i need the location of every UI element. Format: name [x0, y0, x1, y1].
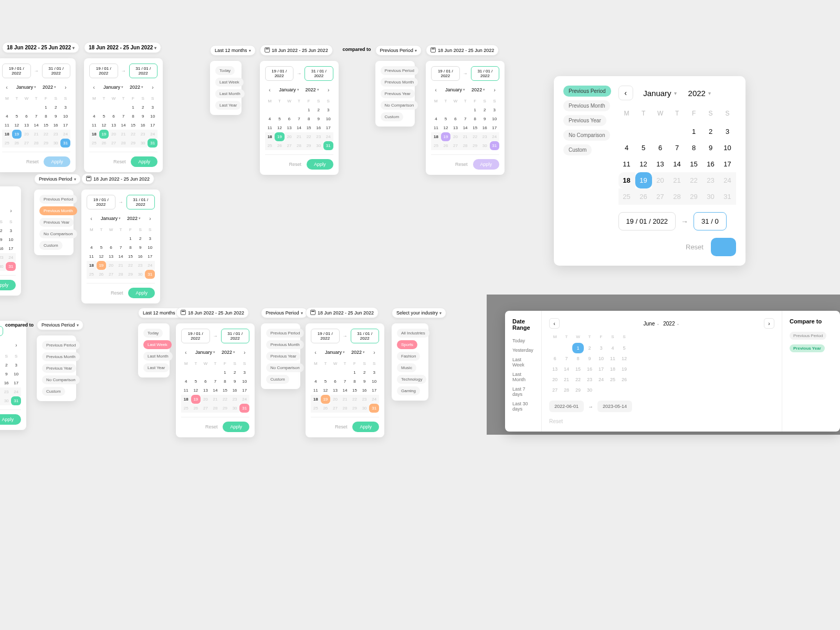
preset-item[interactable]: No Comparison [563, 130, 610, 141]
day-cell[interactable]: 20 [652, 172, 669, 188]
day-cell[interactable]: 7 [669, 140, 686, 156]
day-cell[interactable]: 27 [330, 404, 340, 413]
day-cell[interactable]: 30 [360, 404, 370, 413]
day-cell[interactable]: 28 [211, 404, 220, 413]
day-cell[interactable]: 6 [106, 243, 116, 252]
day-cell[interactable]: 8 [304, 114, 314, 123]
day-cell[interactable]: 10 [595, 353, 607, 364]
day-cell[interactable]: 5 [97, 243, 107, 252]
end-date-input[interactable]: 31 / 01 / 2022 [127, 195, 155, 209]
preset-item[interactable]: Last Month [215, 89, 245, 98]
tag-date-range[interactable]: 18 Jun 2022 - 25 Jun 2022 [176, 307, 249, 318]
prev-month-button[interactable]: ‹ [87, 214, 96, 223]
day-cell[interactable]: 25 [89, 139, 99, 148]
day-cell[interactable]: 9 [2, 370, 12, 379]
calendar-grid[interactable]: 1234567891011121314151617181920212223242… [181, 368, 249, 413]
reset-button[interactable]: Reset [113, 159, 126, 164]
day-cell[interactable]: 7 [460, 114, 470, 123]
start-date-input[interactable]: 19 / 01 / 2022 [431, 66, 460, 81]
day-cell[interactable]: 14 [340, 386, 350, 395]
prev-month-button[interactable]: ‹ [2, 82, 12, 92]
day-cell[interactable]: 28 [460, 141, 470, 150]
day-cell[interactable]: 16 [313, 123, 323, 132]
prev-month-button[interactable]: ‹ [311, 348, 320, 357]
day-cell[interactable]: 10 [6, 235, 16, 244]
day-cell[interactable]: 29 [41, 139, 51, 148]
day-cell[interactable]: 3 [145, 234, 155, 243]
prev-month-button[interactable]: ‹ [181, 348, 191, 357]
day-cell[interactable]: 23 [584, 374, 595, 385]
day-cell[interactable]: 19 [618, 364, 630, 374]
tag-last12[interactable]: Last 12 months▾ [210, 45, 256, 56]
day-cell[interactable]: 16 [702, 156, 719, 172]
day-cell[interactable]: 30 [584, 385, 595, 395]
day-cell[interactable]: 7 [32, 112, 41, 121]
day-cell[interactable]: 11 [618, 156, 635, 172]
day-cell[interactable]: 19 [275, 132, 285, 141]
prev-month-button[interactable]: ‹ [265, 85, 275, 94]
apply-button[interactable]: Apply [44, 156, 70, 167]
tag-industry[interactable]: Select your industry▾ [392, 308, 446, 318]
day-cell[interactable]: 1 [220, 368, 230, 377]
day-cell[interactable]: 9 [230, 377, 240, 386]
preset-item[interactable]: Previous Year [266, 352, 300, 361]
preset-item[interactable]: Last Week [512, 355, 534, 370]
end-date-input[interactable]: 31 / 01 / 2022 [304, 66, 333, 81]
day-cell[interactable]: 13 [652, 156, 669, 172]
day-cell[interactable]: 31 [323, 141, 333, 150]
day-cell[interactable]: 29 [686, 188, 702, 205]
tag-date-range[interactable]: 18 Jun 2022 - 25 Jun 2022 [426, 45, 499, 56]
preset-item[interactable]: Last Week [143, 340, 172, 349]
tag-date-range[interactable]: 18 Jun 2022 - 25 Jun 2022 [260, 45, 333, 56]
day-cell[interactable]: 3 [239, 368, 249, 377]
day-cell[interactable]: 3 [323, 106, 333, 114]
day-cell[interactable]: 28 [294, 141, 304, 150]
day-cell[interactable]: 10 [490, 114, 500, 123]
day-cell[interactable]: 18 [87, 261, 97, 270]
day-cell[interactable]: 10 [719, 140, 736, 156]
next-month-button[interactable]: › [490, 85, 499, 94]
day-cell[interactable]: 17 [719, 156, 736, 172]
preset-item[interactable]: Custom [381, 112, 404, 121]
calendar-grid[interactable]: 1234567891011121314151617181920212223242… [89, 103, 158, 148]
day-cell[interactable]: 13 [450, 123, 460, 132]
day-cell[interactable]: 21 [211, 395, 220, 404]
day-cell[interactable]: 31 [719, 188, 736, 205]
day-cell[interactable]: 12 [618, 353, 630, 364]
day-cell[interactable]: 27 [106, 270, 116, 279]
end-date-input[interactable]: 31 / 01 / 2022 [42, 64, 71, 78]
day-cell[interactable]: 22 [41, 130, 51, 139]
preset-item[interactable]: Last 30 days [512, 399, 534, 414]
tag-date-range[interactable]: 18 Jun 2022 - 25 Jun 2022▾ [84, 42, 161, 53]
day-cell[interactable]: 7 [561, 353, 572, 364]
preset-item[interactable]: Previous Period [563, 86, 611, 97]
preset-item[interactable]: Previous Year [381, 89, 415, 98]
day-cell[interactable]: 16 [230, 386, 240, 395]
day-cell[interactable]: 25 [2, 139, 12, 148]
end-date-input[interactable]: 31 / 0 [694, 212, 727, 230]
preset-item[interactable]: Sports [397, 340, 417, 349]
day-cell[interactable]: 28 [340, 404, 350, 413]
end-date-input[interactable]: 31 / 01 / 2022 [221, 329, 250, 343]
day-cell[interactable]: 26 [275, 141, 285, 150]
day-cell[interactable]: 22 [220, 395, 230, 404]
preset-item[interactable]: Last 7 days [512, 384, 534, 399]
day-cell[interactable]: 29 [125, 270, 135, 279]
day-cell[interactable]: 2 [138, 103, 148, 112]
day-cell[interactable]: 4 [431, 114, 441, 123]
day-cell[interactable]: 4 [87, 243, 97, 252]
day-cell[interactable]: 20 [201, 395, 211, 404]
day-cell[interactable]: 30 [135, 270, 145, 279]
day-cell[interactable]: 18 [311, 395, 321, 404]
day-cell[interactable]: 27 [201, 404, 211, 413]
start-date-input[interactable]: 19 / 01 / 2022 [311, 329, 340, 343]
preset-item[interactable]: Fashion [397, 352, 420, 361]
day-cell[interactable]: 23 [360, 395, 370, 404]
day-cell[interactable]: 26 [191, 404, 201, 413]
calendar-grid-modal[interactable]: 1234567891011121314151617181920212223242… [549, 343, 774, 395]
tag-previous-period[interactable]: Previous Period▾ [375, 45, 422, 56]
day-cell[interactable]: 20 [450, 132, 460, 141]
tag-date-range[interactable]: 18 Jun 2022 - 25 Jun 2022▾ [2, 42, 79, 53]
day-cell[interactable]: 8 [350, 377, 360, 386]
day-cell[interactable]: 4 [2, 112, 12, 121]
